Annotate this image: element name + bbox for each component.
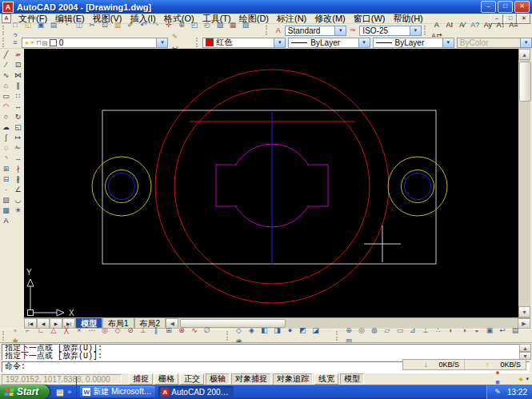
gouraud-edges-icon[interactable]: ◪ — [310, 325, 322, 336]
3d-wireframe-icon[interactable]: ◈ — [246, 325, 258, 336]
snap-node-icon[interactable]: ⊗ — [175, 325, 188, 336]
tray-pen-icon[interactable]: ✎ — [494, 387, 502, 397]
lineweight-combobox[interactable]: ByLayer ▾ — [373, 38, 454, 48]
ortho-toggle[interactable]: 正交 — [180, 373, 204, 385]
match-properties-icon[interactable]: ✐ — [124, 19, 137, 30]
qnew-icon[interactable]: □ — [9, 19, 22, 30]
snap-extension-icon[interactable]: ⋯ — [86, 325, 98, 336]
open-icon[interactable]: ◱ — [22, 19, 34, 30]
erase-icon[interactable]: ▰ — [12, 49, 24, 59]
chevron-down-icon[interactable]: ▾ — [274, 38, 285, 47]
show-desktop-icon[interactable]: ▤ — [54, 387, 65, 397]
menu-window[interactable]: 窗口(W) — [350, 14, 390, 24]
snap-nearest-icon[interactable]: ∿ — [188, 325, 201, 336]
snap-insert-icon[interactable]: ⊞ — [162, 325, 175, 336]
toolbar-grip[interactable] — [2, 38, 6, 47]
toolbar-grip[interactable] — [266, 26, 270, 35]
stretch-icon[interactable]: ↦ — [12, 132, 24, 142]
designcenter-icon[interactable]: ▦ — [226, 19, 239, 30]
internet-explorer-icon[interactable]: e — [54, 377, 65, 387]
snap-center-icon[interactable]: ◎ — [98, 325, 111, 336]
left-bolt-outer-circle[interactable] — [92, 157, 151, 216]
linetype-combobox[interactable]: ByLayer ▾ — [288, 38, 370, 48]
tray-launcher-icon[interactable]: ✦ — [518, 375, 524, 384]
right-bolt-outer-circle[interactable] — [388, 157, 447, 216]
arc-icon[interactable]: ◠ — [0, 101, 12, 111]
tool-palettes-icon[interactable]: ▨ — [239, 19, 252, 30]
scroll-up-icon[interactable]: ▲ — [518, 49, 530, 60]
break-icon[interactable]: ∦ — [12, 174, 24, 184]
polyline-icon[interactable]: ∿ — [0, 70, 12, 80]
make-block-icon[interactable]: ⊟ — [0, 174, 12, 184]
left-bolt-blue-circle[interactable] — [109, 174, 135, 200]
extend-icon[interactable]: → — [12, 153, 24, 163]
model-space[interactable]: Y X — [24, 49, 518, 317]
zoom-window-icon[interactable]: ◰ — [188, 19, 201, 30]
toolbar-grip[interactable] — [2, 331, 6, 341]
snap-apparent-intersection-icon[interactable]: × — [73, 325, 86, 336]
make-object-layer-current-icon[interactable]: ✎ — [168, 31, 181, 42]
flat-edges-icon[interactable]: ◩ — [297, 325, 310, 336]
hatch-icon[interactable]: ▨ — [0, 194, 12, 205]
revision-cloud-icon[interactable]: ☁ — [0, 122, 12, 132]
line-icon[interactable]: ╱ — [0, 49, 12, 59]
ucs-icon[interactable]: ⊕ — [342, 325, 355, 336]
osnap-toggle[interactable]: 对象捕捉 — [231, 373, 271, 385]
trim-icon[interactable]: ✁ — [12, 142, 24, 153]
publish-icon[interactable]: ◫ — [73, 19, 86, 30]
chevron-down-icon[interactable]: ▾ — [358, 38, 370, 47]
insert-block-icon[interactable]: ⊞ — [0, 163, 12, 174]
rectangle-icon[interactable]: ▭ — [0, 90, 12, 101]
text-style-combobox[interactable]: Standard ▾ — [285, 26, 347, 36]
ucs-face-icon[interactable]: ▱ — [381, 325, 394, 336]
menu-help[interactable]: 帮助(H) — [390, 14, 427, 24]
justify-text-icon[interactable]: A≡ — [507, 19, 520, 30]
break-at-point-icon[interactable]: ∤ — [12, 163, 24, 174]
scale-icon[interactable]: ◱ — [12, 122, 24, 132]
taskbar-item-autocad[interactable]: A AutoCAD 2004 - [Dra... — [158, 386, 234, 397]
snap-parallel-icon[interactable]: ∥ — [150, 325, 162, 336]
snap-intersection-icon[interactable]: ╳ — [60, 325, 73, 336]
scroll-up-icon[interactable]: ▲ — [519, 344, 531, 352]
toolbar-grip[interactable] — [2, 26, 6, 35]
ucs-x-icon[interactable]: ◐ — [445, 325, 458, 336]
rotate-icon[interactable]: ↻ — [12, 111, 24, 122]
fillet-icon[interactable]: ◡ — [12, 194, 24, 205]
snap-from-icon[interactable]: ⌐ — [22, 325, 34, 336]
tray-blue-icon[interactable]: ■ — [494, 377, 502, 387]
toolbar-grip[interactable] — [196, 38, 200, 47]
ucs-3point-icon[interactable]: ∴ — [432, 325, 445, 336]
snap-quadrant-icon[interactable]: ◇ — [111, 325, 124, 336]
snap-tangent-icon[interactable]: ⊘ — [124, 325, 137, 336]
edit-text-icon[interactable]: A∕ — [456, 19, 469, 30]
dim-style-manager-icon[interactable]: ✑ — [346, 25, 359, 36]
ucs-apply-icon[interactable]: ▣ — [483, 325, 496, 336]
left-bolt-inner-circle[interactable] — [106, 170, 138, 203]
color-combobox[interactable]: 红色 ▾ — [202, 38, 286, 48]
polygon-icon[interactable]: ⌂ — [0, 80, 12, 90]
zoom-realtime-icon[interactable]: ⊕ — [175, 19, 188, 30]
mtext-icon[interactable]: A — [430, 19, 443, 30]
command-history[interactable]: 指定下一点或 [放弃(U)]: 指定下一点或 [放弃(U)]: — [2, 344, 520, 361]
toolbar-grip[interactable] — [226, 331, 230, 341]
drawing-canvas[interactable]: Y X — [24, 49, 518, 317]
tray-expand-icon[interactable]: ▾ — [526, 376, 529, 382]
layer-properties-manager-icon[interactable]: ≡ — [9, 37, 22, 48]
find-replace-icon[interactable]: A? — [469, 19, 482, 30]
plot-preview-icon[interactable]: ◔ — [60, 19, 73, 30]
single-line-text-icon[interactable]: AI — [443, 19, 456, 30]
taskbar-item-word[interactable]: W 新建 Microsoft Word ... — [80, 386, 155, 397]
snap-toggle[interactable]: 捕捉 — [129, 373, 153, 385]
text-style-manager-icon[interactable]: A — [272, 25, 285, 36]
mirror-icon[interactable]: ⋈ — [12, 70, 24, 80]
vertical-scroll-track[interactable] — [518, 103, 530, 306]
ucs-object-icon[interactable]: ◍ — [368, 325, 381, 336]
cut-icon[interactable]: ✂ — [86, 19, 98, 30]
sun-icon[interactable]: ☀ — [30, 39, 35, 46]
polar-toggle[interactable]: 极轴 — [206, 373, 230, 385]
vertical-scrollbar[interactable]: ▲ ▼ — [518, 49, 530, 317]
start-button[interactable]: Start — [0, 385, 50, 399]
move-icon[interactable]: ↔ — [12, 101, 24, 111]
zoom-previous-icon[interactable]: ◴ — [201, 19, 214, 30]
named-ucs-icon[interactable]: ▤ — [509, 325, 522, 336]
